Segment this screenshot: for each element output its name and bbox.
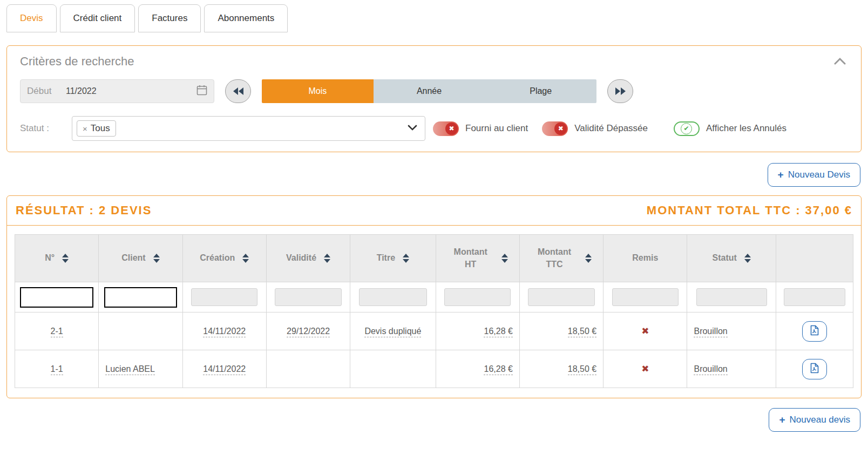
- col-label: Titre: [377, 252, 395, 264]
- status-label: Statut :: [20, 123, 72, 134]
- quote-amount-ttc[interactable]: 18,50 €: [568, 364, 596, 375]
- tab-factures[interactable]: Factures: [138, 4, 201, 32]
- sort-icon[interactable]: [324, 254, 330, 263]
- validite-depassee-label: Validité Dépassée: [574, 123, 648, 134]
- status-filter-row: Statut : × Tous ✖ Fourni au client: [7, 112, 861, 152]
- tab-devis[interactable]: Devis: [6, 4, 57, 32]
- col-header-statut: Statut: [687, 235, 776, 282]
- filter-input-montant-ttc[interactable]: [528, 288, 594, 306]
- afficher-annules-toggle[interactable]: ✔: [674, 121, 700, 136]
- period-option-plage[interactable]: Plage: [485, 79, 596, 103]
- chevron-up-icon: [834, 58, 846, 66]
- new-quote-button-bottom[interactable]: + Nouveau devis: [769, 408, 860, 432]
- quote-amount-ht[interactable]: 16,28 €: [484, 364, 512, 375]
- quote-creation-date[interactable]: 14/11/2022: [203, 327, 246, 337]
- fourni-au-client-toggle[interactable]: ✖: [433, 121, 459, 136]
- quote-row: 1-1 Lucien ABEL 14/11/2022 16,28 € 18,50…: [15, 350, 853, 388]
- pdf-file-icon: [810, 363, 819, 375]
- col-header-montant-ht: Montant HT: [436, 235, 519, 282]
- quote-number[interactable]: 1-1: [51, 364, 63, 375]
- results-count: RÉSULTAT : 2 DEVIS: [16, 203, 152, 218]
- col-label: Statut: [713, 252, 737, 264]
- sort-icon[interactable]: [501, 254, 508, 263]
- pdf-download-button[interactable]: [802, 359, 827, 379]
- quote-row: 2-1 14/11/2022 29/12/2022 Devis dupliqué…: [15, 312, 853, 350]
- filter-input-titre[interactable]: [359, 288, 427, 306]
- filter-input-statut[interactable]: [696, 288, 767, 306]
- fourni-au-client-label: Fourni au client: [465, 123, 528, 134]
- chevron-down-icon: [408, 124, 417, 133]
- table-filter-row: [15, 282, 853, 312]
- double-chevron-right-icon: [615, 87, 626, 95]
- quote-title[interactable]: Devis dupliqué: [364, 327, 421, 337]
- sort-icon[interactable]: [242, 254, 249, 263]
- quote-validity-date[interactable]: 29/12/2022: [287, 327, 330, 337]
- tab-credit-client[interactable]: Crédit client: [60, 4, 135, 32]
- quote-status[interactable]: Brouillon: [694, 327, 727, 337]
- filter-input-montant-ht[interactable]: [444, 288, 511, 306]
- quote-amount-ttc[interactable]: 18,50 €: [568, 327, 596, 337]
- table-header-row: N° Client Création Validité Titr: [15, 235, 853, 282]
- col-label: N°: [45, 252, 55, 264]
- quote-number[interactable]: 2-1: [51, 327, 63, 337]
- tab-bar: Devis Crédit client Factures Abonnements: [6, 4, 862, 32]
- toggle-afficher-annules: ✔ Afficher les Annulés: [674, 121, 786, 136]
- sort-icon[interactable]: [585, 254, 592, 263]
- col-header-remis: Remis: [603, 235, 687, 282]
- calendar-icon[interactable]: [196, 85, 207, 98]
- filter-input-remis[interactable]: [612, 288, 679, 306]
- col-header-client: Client: [99, 235, 182, 282]
- filter-input-creation[interactable]: [191, 288, 257, 306]
- start-date-input[interactable]: [66, 86, 196, 96]
- filter-input-no[interactable]: [20, 287, 93, 308]
- period-option-mois[interactable]: Mois: [262, 79, 374, 103]
- col-header-titre: Titre: [350, 235, 436, 282]
- filter-input-actions[interactable]: [784, 288, 845, 306]
- filter-input-validite[interactable]: [275, 288, 341, 306]
- start-date-group[interactable]: Début: [20, 79, 214, 103]
- results-header: RÉSULTAT : 2 DEVIS MONTANT TOTAL TTC : 3…: [7, 196, 861, 226]
- col-header-montant-ttc: Montant TTC: [519, 235, 603, 282]
- sort-icon[interactable]: [403, 254, 409, 263]
- toggle-off-icon: ✖: [554, 123, 567, 135]
- new-quote-button-top[interactable]: + Nouveau Devis: [768, 163, 860, 187]
- toggle-validite-depassee: ✖ Validité Dépassée: [542, 121, 648, 136]
- previous-period-button[interactable]: [225, 79, 251, 103]
- quote-status[interactable]: Brouillon: [694, 364, 727, 375]
- toggle-on-icon: ✔: [681, 123, 692, 134]
- validite-depassee-toggle[interactable]: ✖: [542, 121, 568, 136]
- col-header-actions: [776, 235, 853, 282]
- tab-abonnements[interactable]: Abonnements: [204, 4, 288, 32]
- filter-input-client[interactable]: [104, 287, 178, 308]
- col-label: Client: [121, 252, 145, 264]
- double-chevron-left-icon: [233, 87, 243, 95]
- new-quote-button-top-label: Nouveau Devis: [788, 169, 850, 180]
- toggle-off-icon: ✖: [445, 123, 458, 135]
- pdf-download-button[interactable]: [802, 321, 827, 342]
- bottom-action-row: + Nouveau devis: [6, 408, 860, 432]
- plus-icon: +: [778, 169, 784, 181]
- col-header-validite: Validité: [266, 235, 350, 282]
- top-action-row: + Nouveau Devis: [6, 163, 860, 187]
- start-date-label: Début: [27, 86, 66, 97]
- quote-amount-ht[interactable]: 16,28 €: [484, 327, 512, 337]
- status-multiselect[interactable]: × Tous: [72, 116, 425, 141]
- col-label: Remis: [632, 252, 658, 264]
- search-panel-title: Critères de recherche: [20, 55, 134, 69]
- results-total: MONTANT TOTAL TTC : 37,00 €: [647, 203, 852, 218]
- collapse-panel-button[interactable]: [832, 55, 848, 69]
- quote-creation-date[interactable]: 14/11/2022: [203, 364, 246, 375]
- period-option-annee[interactable]: Année: [374, 79, 485, 103]
- results-panel: RÉSULTAT : 2 DEVIS MONTANT TOTAL TTC : 3…: [6, 195, 862, 398]
- next-period-button[interactable]: [607, 79, 633, 103]
- tag-remove-icon[interactable]: ×: [83, 124, 87, 133]
- afficher-annules-label: Afficher les Annulés: [706, 123, 786, 134]
- status-tag-label: Tous: [91, 123, 110, 134]
- col-header-no: N°: [15, 235, 99, 282]
- sort-icon[interactable]: [744, 254, 751, 263]
- quotes-table-wrap: N° Client Création Validité Titr: [7, 226, 861, 398]
- quote-client[interactable]: Lucien ABEL: [105, 364, 155, 375]
- sort-icon[interactable]: [153, 254, 160, 263]
- sort-icon[interactable]: [62, 254, 69, 263]
- pdf-file-icon: [810, 325, 819, 337]
